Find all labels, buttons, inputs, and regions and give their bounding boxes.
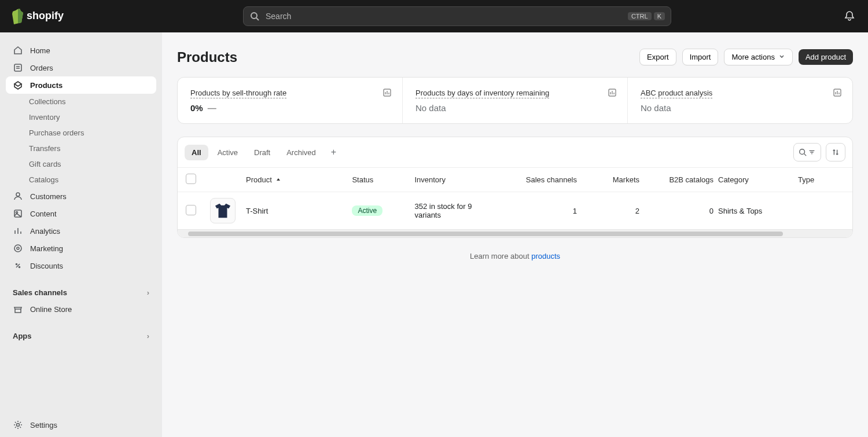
product-thumbnail <box>210 198 236 223</box>
store-icon <box>13 304 23 314</box>
analytics-icon <box>13 226 23 236</box>
customers-icon <box>13 191 23 201</box>
import-button[interactable]: Import <box>682 49 719 65</box>
sidebar-item-products[interactable]: Products <box>6 76 156 94</box>
notifications-button[interactable] <box>840 7 859 25</box>
sidebar-item-home[interactable]: Home <box>6 42 156 59</box>
sidebar-section-sales-channels[interactable]: Sales channels › <box>6 285 156 300</box>
svg-line-2 <box>256 18 259 20</box>
stat-title: ABC product analysis <box>641 89 712 98</box>
search-input[interactable]: Search CTRL K <box>243 6 671 26</box>
sidebar-item-customers[interactable]: Customers <box>6 188 156 205</box>
stat-sell-through[interactable]: Products by sell-through rate 0% — <box>178 78 403 123</box>
table-row[interactable]: T-Shirt Active 352 in stock for 9 varian… <box>178 192 852 229</box>
column-type[interactable]: Type <box>798 175 844 184</box>
stat-title: Products by days of inventory remaining <box>415 89 549 98</box>
sidebar-item-label: Orders <box>30 64 53 72</box>
products-card: All Active Draft Archived + <box>177 137 853 238</box>
sidebar-item-online-store[interactable]: Online Store <box>6 300 156 318</box>
status-badge: Active <box>352 205 382 216</box>
orders-icon <box>13 63 23 73</box>
sidebar-item-analytics[interactable]: Analytics <box>6 222 156 240</box>
tab-add-view[interactable]: + <box>325 145 342 160</box>
sidebar: Home Orders Products Collections Invento… <box>0 32 162 437</box>
svg-line-16 <box>804 154 807 156</box>
sidebar-sub-transfers[interactable]: Transfers <box>6 141 156 156</box>
search-filter-button[interactable] <box>793 143 821 161</box>
svg-point-15 <box>800 149 805 155</box>
svg-point-11 <box>17 424 20 427</box>
column-status[interactable]: Status <box>352 175 410 184</box>
row-checkbox[interactable] <box>186 205 196 215</box>
sidebar-section-apps[interactable]: Apps › <box>6 328 156 344</box>
topbar: shopify Search CTRL K <box>0 0 868 32</box>
tab-archived[interactable]: Archived <box>279 145 323 160</box>
tab-active[interactable]: Active <box>211 145 245 160</box>
report-icon <box>608 88 617 99</box>
products-help-link[interactable]: products <box>531 252 560 260</box>
stat-abc-analysis[interactable]: ABC product analysis No data <box>628 78 852 123</box>
svg-point-8 <box>17 247 19 249</box>
export-button[interactable]: Export <box>639 49 676 65</box>
column-product[interactable]: Product <box>246 175 347 184</box>
gear-icon <box>13 420 23 430</box>
more-actions-button[interactable]: More actions <box>724 49 792 65</box>
page-title: Products <box>177 49 237 65</box>
stat-value: 0% <box>190 103 203 113</box>
sidebar-sub-collections[interactable]: Collections <box>6 94 156 109</box>
svg-point-9 <box>16 264 17 265</box>
shopify-logo[interactable]: shopify <box>9 8 74 25</box>
search-icon <box>799 148 807 156</box>
search-icon <box>249 11 260 21</box>
add-product-button[interactable]: Add product <box>799 49 853 65</box>
column-sales-channels[interactable]: Sales channels <box>502 175 577 184</box>
b2b-cell: 0 <box>644 207 713 215</box>
stat-days-remaining[interactable]: Products by days of inventory remaining … <box>403 78 628 123</box>
products-icon <box>13 80 23 90</box>
svg-point-4 <box>16 193 20 196</box>
inventory-cell: 352 in stock for 9 variants <box>414 202 497 219</box>
sidebar-item-marketing[interactable]: Marketing <box>6 240 156 257</box>
sidebar-item-orders[interactable]: Orders <box>6 59 156 76</box>
sidebar-item-discounts[interactable]: Discounts <box>6 257 156 274</box>
chevron-down-icon <box>778 53 785 61</box>
sidebar-sub-inventory[interactable]: Inventory <box>6 109 156 125</box>
chevron-right-icon: › <box>147 288 149 297</box>
svg-point-1 <box>251 13 257 19</box>
column-b2b-catalogs[interactable]: B2B catalogs <box>644 175 713 184</box>
report-icon <box>382 88 392 99</box>
filter-icon <box>808 148 816 156</box>
sidebar-sub-gift-cards[interactable]: Gift cards <box>6 156 156 172</box>
svg-point-7 <box>14 245 21 252</box>
sidebar-item-settings[interactable]: Settings <box>6 413 156 437</box>
sales-cell: 1 <box>502 207 577 215</box>
column-markets[interactable]: Markets <box>582 175 639 184</box>
sidebar-item-content[interactable]: Content <box>6 205 156 222</box>
horizontal-scrollbar[interactable] <box>178 229 852 237</box>
content-icon <box>13 208 23 219</box>
sidebar-sub-catalogs[interactable]: Catalogs <box>6 172 156 188</box>
column-inventory[interactable]: Inventory <box>414 175 497 184</box>
report-icon <box>833 88 842 99</box>
sidebar-sub-purchase-orders[interactable]: Purchase orders <box>6 125 156 141</box>
tab-all[interactable]: All <box>185 145 208 160</box>
column-category[interactable]: Category <box>718 175 793 184</box>
marketing-icon <box>13 243 23 254</box>
sort-button[interactable] <box>826 143 845 161</box>
sidebar-item-label: Home <box>30 46 50 55</box>
tab-draft[interactable]: Draft <box>247 145 277 160</box>
svg-point-10 <box>19 267 20 268</box>
tshirt-icon <box>214 203 231 219</box>
search-placeholder: Search <box>266 12 291 21</box>
stat-title: Products by sell-through rate <box>190 89 286 98</box>
main-content: Products Export Import More actions Add … <box>162 32 868 437</box>
stat-value: No data <box>415 103 615 113</box>
sort-icon <box>832 148 840 156</box>
markets-cell: 2 <box>582 207 639 215</box>
home-icon <box>13 45 23 56</box>
stat-trend: — <box>208 103 216 113</box>
svg-rect-3 <box>14 64 21 71</box>
select-all-checkbox[interactable] <box>186 174 196 184</box>
stats-cards: Products by sell-through rate 0% — Produ… <box>177 77 853 124</box>
product-name: T-Shirt <box>246 207 347 215</box>
